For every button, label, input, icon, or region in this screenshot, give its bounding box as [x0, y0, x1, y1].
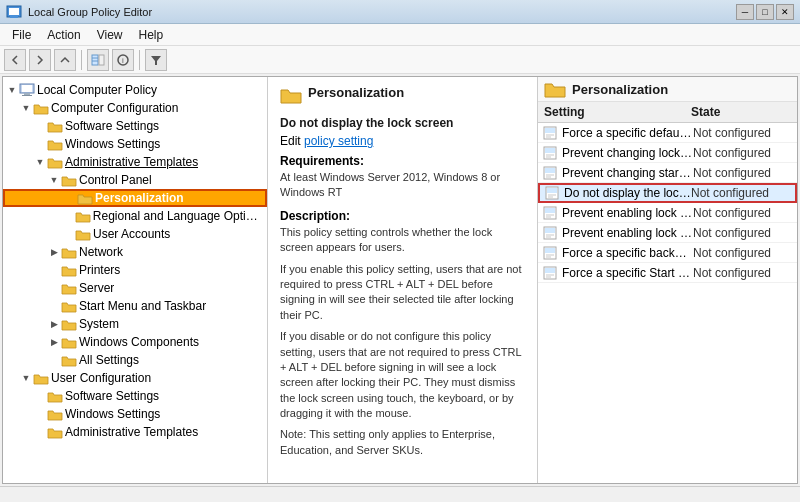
- svg-rect-19: [545, 148, 555, 153]
- policy-link[interactable]: policy setting: [304, 134, 373, 148]
- toolbar-separator-2: [139, 50, 140, 70]
- tree-panel: ▼ Local Computer Policy ▼ Computer Confi…: [3, 77, 268, 483]
- maximize-button[interactable]: □: [756, 4, 774, 20]
- toggle-regional[interactable]: ▶: [61, 209, 75, 223]
- toggle-user-config[interactable]: ▼: [19, 371, 33, 385]
- toggle-system[interactable]: ▶: [47, 317, 61, 331]
- toggle-computer-config[interactable]: ▼: [19, 101, 33, 115]
- description-text-1: This policy setting controls whether the…: [280, 225, 525, 256]
- menu-action[interactable]: Action: [39, 26, 88, 44]
- edit-label: Edit: [280, 134, 304, 148]
- tree-item-control-panel[interactable]: ▼ Control Panel: [3, 171, 267, 189]
- policy-item-label: Prevent changing lock screen and logon i…: [562, 146, 693, 160]
- toggle-root[interactable]: ▼: [5, 83, 19, 97]
- tree-item-system[interactable]: ▶ System: [3, 315, 267, 333]
- right-row[interactable]: Prevent changing lock screen and logon i…: [538, 143, 797, 163]
- tree-item-printers[interactable]: ▶ Printers: [3, 261, 267, 279]
- tree-item-user-software[interactable]: ▶ Software Settings: [3, 387, 267, 405]
- tree-item-start-menu[interactable]: ▶ Start Menu and Taskbar: [3, 297, 267, 315]
- policy-item-label: Force a specific Start background: [562, 266, 693, 280]
- tree-label-network: Network: [79, 245, 123, 259]
- properties-button[interactable]: i: [112, 49, 134, 71]
- minimize-button[interactable]: ─: [736, 4, 754, 20]
- toggle-server[interactable]: ▶: [47, 281, 61, 295]
- right-row[interactable]: Prevent enabling lock screen slide showN…: [538, 223, 797, 243]
- toggle-control-panel[interactable]: ▼: [47, 173, 61, 187]
- toggle-user-accounts[interactable]: ▶: [61, 227, 75, 241]
- tree-item-computer-config[interactable]: ▼ Computer Configuration: [3, 99, 267, 117]
- menu-help[interactable]: Help: [131, 26, 172, 44]
- right-row[interactable]: Force a specific background and accent c…: [538, 243, 797, 263]
- tree-item-user-windows[interactable]: ▶ Windows Settings: [3, 405, 267, 423]
- toggle-all-settings[interactable]: ▶: [47, 353, 61, 367]
- right-row[interactable]: Do not display the lock screenNot config…: [538, 183, 797, 203]
- tree-item-windows-settings[interactable]: ▶ Windows Settings: [3, 135, 267, 153]
- close-button[interactable]: ✕: [776, 4, 794, 20]
- toggle-printers[interactable]: ▶: [47, 263, 61, 277]
- tree-item-windows-components[interactable]: ▶ Windows Components: [3, 333, 267, 351]
- policy-item-label: Prevent enabling lock screen camera: [562, 206, 693, 220]
- menu-view[interactable]: View: [89, 26, 131, 44]
- toggle-admin-templates[interactable]: ▼: [33, 155, 47, 169]
- tree-label-start-menu: Start Menu and Taskbar: [79, 299, 206, 313]
- tree-item-personalization[interactable]: ▶ Personalization: [3, 189, 267, 207]
- forward-button[interactable]: [29, 49, 51, 71]
- right-row[interactable]: Prevent enabling lock screen cameraNot c…: [538, 203, 797, 223]
- tree-item-software-settings[interactable]: ▶ Software Settings: [3, 117, 267, 135]
- policy-item-state: Not configured: [693, 266, 793, 280]
- tree-item-user-admin[interactable]: ▶ Administrative Templates: [3, 423, 267, 441]
- toggle-start-menu[interactable]: ▶: [47, 299, 61, 313]
- computer-icon: [19, 82, 35, 98]
- folder-icon-regional: [75, 208, 91, 224]
- folder-icon-user-admin: [47, 424, 63, 440]
- description-text-2: If you enable this policy setting, users…: [280, 262, 525, 324]
- svg-marker-9: [151, 56, 161, 65]
- policy-item-state: Not configured: [693, 206, 793, 220]
- right-row[interactable]: Force a specific default lock screen and…: [538, 123, 797, 143]
- tree-item-regional[interactable]: ▶ Regional and Language Options: [3, 207, 267, 225]
- svg-rect-1: [9, 8, 19, 15]
- toggle-windows-components[interactable]: ▶: [47, 335, 61, 349]
- folder-icon-user-config: [33, 370, 49, 386]
- requirements-section: Requirements: At least Windows Server 20…: [280, 154, 525, 201]
- description-section: Description: This policy setting control…: [280, 209, 525, 458]
- tree-item-user-accounts[interactable]: ▶ User Accounts: [3, 225, 267, 243]
- tree-item-admin-templates[interactable]: ▼ Administrative Templates: [3, 153, 267, 171]
- svg-rect-4: [99, 55, 104, 65]
- toggle-software-settings[interactable]: ▶: [33, 119, 47, 133]
- tree-label-windows-settings: Windows Settings: [65, 137, 160, 151]
- toggle-network[interactable]: ▶: [47, 245, 61, 259]
- toggle-windows-settings[interactable]: ▶: [33, 137, 47, 151]
- tree-label-windows-components: Windows Components: [79, 335, 199, 349]
- tree-label-regional: Regional and Language Options: [93, 209, 263, 223]
- filter-button[interactable]: [145, 49, 167, 71]
- app-icon: [6, 4, 22, 20]
- menu-file[interactable]: File: [4, 26, 39, 44]
- toggle-user-software[interactable]: ▶: [33, 389, 47, 403]
- window-controls[interactable]: ─ □ ✕: [736, 4, 794, 20]
- folder-icon-software: [47, 118, 63, 134]
- policy-item-icon: [544, 185, 560, 201]
- svg-text:i: i: [122, 56, 124, 65]
- right-panel: Personalization Setting State Force a sp…: [538, 77, 797, 483]
- tree-item-server[interactable]: ▶ Server: [3, 279, 267, 297]
- tree-item-root[interactable]: ▼ Local Computer Policy: [3, 81, 267, 99]
- up-button[interactable]: [54, 49, 76, 71]
- toggle-personalization[interactable]: ▶: [63, 191, 77, 205]
- back-button[interactable]: [4, 49, 26, 71]
- policy-item-state: Not configured: [693, 246, 793, 260]
- show-hide-button[interactable]: [87, 49, 109, 71]
- svg-rect-31: [545, 208, 555, 213]
- tree-item-all-settings[interactable]: ▶ All Settings: [3, 351, 267, 369]
- col-header-state: State: [691, 105, 791, 119]
- note-text: Note: This setting only applies to Enter…: [280, 427, 525, 458]
- right-row[interactable]: Force a specific Start backgroundNot con…: [538, 263, 797, 283]
- toggle-user-windows[interactable]: ▶: [33, 407, 47, 421]
- requirements-title: Requirements:: [280, 154, 525, 168]
- svg-rect-43: [545, 268, 555, 273]
- right-row[interactable]: Prevent changing start menu backgroundNo…: [538, 163, 797, 183]
- folder-icon-admin: [47, 154, 63, 170]
- tree-item-user-config[interactable]: ▼ User Configuration: [3, 369, 267, 387]
- tree-item-network[interactable]: ▶ Network: [3, 243, 267, 261]
- toggle-user-admin[interactable]: ▶: [33, 425, 47, 439]
